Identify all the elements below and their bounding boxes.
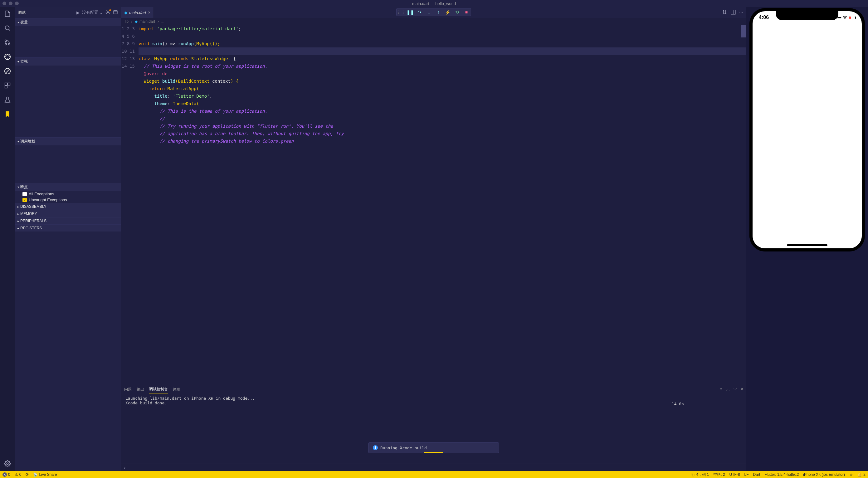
stop-icon[interactable]: ■ [463, 9, 470, 15]
status-notifications[interactable]: 🔔 2 [858, 472, 866, 477]
breadcrumb-file[interactable]: main.dart [140, 19, 155, 24]
tab-debug-console[interactable]: 调试控制台 [149, 385, 168, 393]
extensions-icon[interactable] [3, 81, 12, 90]
code-content[interactable]: import 'package:flutter/material.dart'; … [138, 25, 746, 384]
home-indicator[interactable] [787, 244, 828, 246]
status-encoding[interactable]: UTF-8 [730, 472, 740, 477]
debug-console-input[interactable]: › [121, 464, 746, 471]
variables-label: 变量 [20, 20, 28, 25]
svg-rect-11 [114, 10, 117, 14]
compare-icon[interactable] [722, 9, 727, 16]
chevron-down-icon: ▾ [18, 185, 19, 189]
settings-gear-icon[interactable] [3, 459, 12, 468]
chevron-right-icon: › [124, 465, 125, 470]
debug-settings-icon[interactable] [105, 10, 111, 15]
zoom-window-button[interactable] [15, 2, 19, 5]
status-indentation[interactable]: 空格: 2 [713, 472, 725, 477]
svg-point-2 [8, 43, 10, 45]
build-timing: 14.0s [672, 402, 684, 406]
debug-console-toggle-icon[interactable] [113, 10, 118, 15]
clear-console-icon[interactable]: ≡ [720, 387, 722, 392]
tab-output[interactable]: 输出 [137, 386, 144, 393]
debug-icon[interactable] [3, 53, 12, 61]
disassembly-label: DISASSEMBLY [20, 204, 46, 209]
testing-icon[interactable] [3, 95, 12, 104]
status-language[interactable]: Dart [753, 472, 761, 477]
svg-point-10 [107, 11, 108, 13]
breakpoints-label: 断点 [20, 184, 28, 190]
uncaught-exceptions-label: Uncaught Exceptions [29, 197, 67, 202]
tab-terminal[interactable]: 终端 [173, 386, 180, 393]
registers-header[interactable]: ▸ REGISTERS [15, 225, 121, 231]
watch-header[interactable]: ▾ 监视 [15, 58, 121, 66]
all-exceptions-label: All Exceptions [29, 192, 54, 196]
minimize-window-button[interactable] [9, 2, 12, 5]
chevron-down-icon: ⌄ [99, 10, 103, 15]
code-editor[interactable]: 1 2 3 4 5 6 7 8 9 10 11 12 13 14 15 impo… [121, 25, 746, 384]
window-title: main.dart — hello_world [412, 1, 456, 6]
breakpoint-uncaught-exceptions[interactable]: Uncaught Exceptions [15, 197, 121, 203]
breakpoints-body: All Exceptions Uncaught Exceptions [15, 191, 121, 203]
status-live-share[interactable]: 📡 Live Share [33, 472, 57, 477]
close-tab-icon[interactable]: × [148, 10, 150, 15]
callstack-label: 调用堆栈 [20, 139, 35, 144]
close-window-button[interactable] [2, 2, 6, 5]
memory-header[interactable]: ▸ MEMORY [15, 210, 121, 217]
expand-panel-icon[interactable]: ﹀ [734, 387, 737, 392]
step-over-icon[interactable]: ↷ [416, 9, 423, 15]
close-panel-icon[interactable]: × [741, 387, 743, 392]
tab-label: main.dart [129, 10, 146, 15]
step-out-icon[interactable]: ↑ [435, 9, 441, 15]
breakpoints-section: ▾ 断点 All Exceptions Uncaught Exceptions [15, 183, 121, 203]
checkbox-unchecked-icon[interactable] [23, 192, 27, 196]
pause-icon[interactable]: ❚❚ [407, 9, 413, 15]
source-control-icon[interactable] [3, 38, 12, 47]
status-feedback-icon[interactable]: ☺ [849, 472, 853, 477]
checkbox-checked-icon[interactable] [23, 198, 27, 202]
iphone-screen[interactable]: 4:06 ▪▪▪▪ [752, 11, 862, 248]
no-bug-icon[interactable] [3, 67, 12, 75]
drag-handle-icon[interactable]: ⋮⋮ [398, 9, 404, 15]
more-actions-icon[interactable]: ⋯ [739, 10, 743, 15]
split-editor-icon[interactable] [731, 9, 736, 16]
bookmarks-icon[interactable] [3, 110, 12, 119]
status-cursor-position[interactable]: 行 4，列 1 [691, 472, 709, 477]
breakpoint-all-exceptions[interactable]: All Exceptions [15, 191, 121, 197]
callstack-header[interactable]: ▾ 调用堆栈 [15, 137, 121, 146]
variables-section: ▾ 变量 [15, 18, 121, 57]
breakpoints-header[interactable]: ▾ 断点 [15, 183, 121, 191]
tab-problems[interactable]: 问题 [124, 386, 132, 393]
collapse-panel-icon[interactable]: ︿ [726, 387, 730, 392]
debug-console-output[interactable]: Launching lib/main.dart on iPhone Xʀ in … [121, 393, 746, 464]
start-debug-icon[interactable]: ▶ [76, 10, 80, 15]
status-errors[interactable]: ✕ 0 [2, 472, 10, 477]
peripherals-header[interactable]: ▸ PERIPHERALS [15, 218, 121, 224]
warning-icon: ⚠ [15, 472, 18, 477]
chevron-down-icon: ▾ [18, 140, 19, 143]
breadcrumb-lib[interactable]: lib [125, 19, 128, 24]
breadcrumb-more[interactable]: ... [161, 19, 164, 24]
search-icon[interactable] [3, 24, 12, 32]
status-warnings[interactable]: ⚠ 0 [15, 472, 22, 477]
watch-body [15, 66, 121, 137]
chevron-right-icon [130, 19, 133, 24]
explorer-icon[interactable] [3, 9, 12, 18]
debug-config-dropdown[interactable]: 没有配置 ⌄ [82, 10, 103, 15]
watch-label: 监视 [20, 59, 28, 64]
status-sync[interactable]: ⟳ [26, 472, 29, 477]
hot-reload-icon[interactable]: ⚡ [444, 9, 451, 15]
status-flutter-version[interactable]: Flutter: 1.5.4-hotfix.2 [765, 472, 799, 477]
tab-main-dart[interactable]: ◆ main.dart × [121, 7, 154, 18]
callstack-body [15, 146, 121, 183]
chevron-right-icon: ▸ [18, 212, 19, 216]
minimap[interactable] [741, 25, 746, 37]
breadcrumb[interactable]: lib ◆ main.dart ... [121, 18, 746, 25]
restart-icon[interactable]: ⟲ [454, 9, 460, 15]
step-into-icon[interactable]: ↓ [426, 9, 432, 15]
callstack-section: ▾ 调用堆栈 [15, 137, 121, 183]
status-device[interactable]: iPhone Xʀ (ios Emulator) [803, 472, 845, 477]
status-eol[interactable]: LF [744, 472, 749, 477]
disassembly-header[interactable]: ▸ DISASSEMBLY [15, 203, 121, 210]
chevron-right-icon: ▸ [18, 219, 19, 223]
variables-header[interactable]: ▾ 变量 [15, 19, 121, 26]
